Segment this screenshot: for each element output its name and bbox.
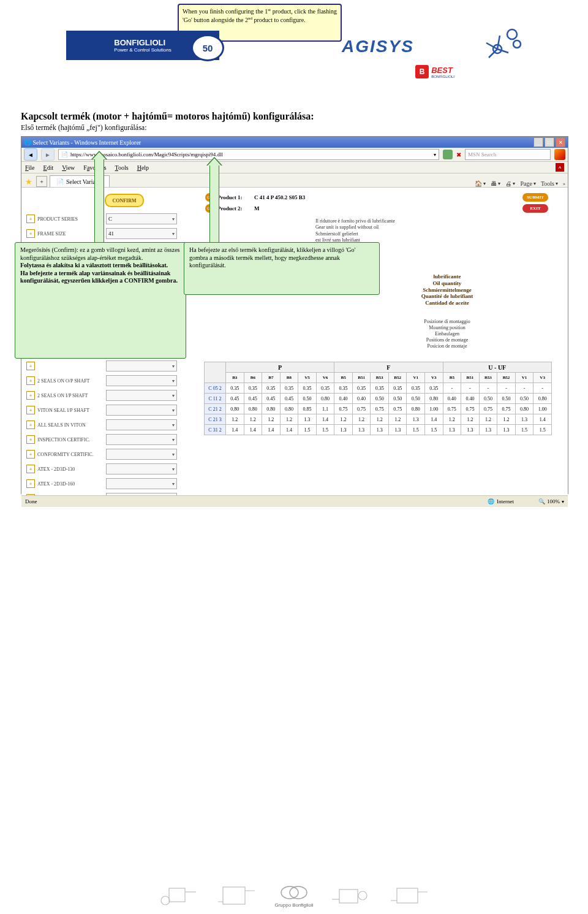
cell: 0.40 bbox=[443, 394, 461, 404]
menu-edit[interactable]: Edit bbox=[43, 164, 54, 171]
expand-icon[interactable]: + bbox=[26, 406, 35, 414]
col-group: U - UF bbox=[443, 362, 551, 373]
product-lines: Go Product 1: C 41 4 P 450.2 S05 B3 SUBM… bbox=[205, 192, 548, 215]
expand-icon[interactable]: + bbox=[26, 362, 35, 370]
info-pos-line: Mounting position bbox=[352, 325, 542, 331]
zoom-control[interactable]: 🔍 100% ▾ bbox=[538, 498, 564, 505]
cell: 1.2 bbox=[388, 414, 407, 425]
cell: 0.50 bbox=[407, 394, 425, 404]
cell: 0.80 bbox=[316, 394, 334, 404]
address-bar[interactable]: 📄 https://www.mosaico.bonfiglioli.com/Ma… bbox=[58, 149, 439, 160]
feeds-button[interactable]: 🖶 ▾ bbox=[491, 180, 500, 187]
table-row: C 11 20.450.450.450.450.500.800.400.400.… bbox=[205, 394, 552, 404]
cell: 0.35 bbox=[352, 383, 371, 394]
maximize-button[interactable]: □ bbox=[545, 137, 554, 147]
expand-icon[interactable]: + bbox=[26, 391, 35, 400]
expand-icon[interactable]: + bbox=[26, 435, 35, 444]
expand-icon[interactable]: + bbox=[26, 479, 35, 488]
cell: 0.50 bbox=[515, 394, 533, 404]
field-select[interactable]: 41▾ bbox=[106, 228, 177, 239]
cell: 1.5 bbox=[515, 425, 533, 435]
col-sub: B7 bbox=[262, 373, 281, 383]
search-input[interactable]: MSN Search bbox=[465, 149, 551, 160]
cell: 1.2 bbox=[371, 414, 389, 425]
back-button[interactable]: ◄ bbox=[24, 148, 37, 161]
cell: 0.80 bbox=[515, 404, 533, 414]
fifty-years-badge: 50 bbox=[191, 34, 224, 61]
field-label: ALL SEALS IN VITON bbox=[37, 422, 106, 428]
chevron-down-icon: ▾ bbox=[172, 364, 175, 369]
exit-button[interactable]: EXIT bbox=[522, 204, 548, 213]
cell: 1.2 bbox=[244, 414, 262, 425]
page-menu[interactable]: Page ▾ bbox=[520, 180, 535, 187]
callout-confirm: Megerősítés (Confirm): ez a gomb villogn… bbox=[15, 242, 186, 359]
submit-button[interactable]: SUBMIT bbox=[522, 193, 548, 202]
forward-button[interactable]: ► bbox=[41, 148, 55, 161]
col-sub: B51 bbox=[461, 373, 480, 383]
cell: 0.35 bbox=[407, 383, 425, 394]
field-select[interactable]: C▾ bbox=[106, 213, 177, 224]
best-sub: BONFIGLIOLI bbox=[431, 75, 454, 78]
field-select[interactable]: ▾ bbox=[106, 463, 177, 474]
cell: 0.35 bbox=[262, 383, 281, 394]
cell: 1.3 bbox=[371, 425, 389, 435]
expand-icon[interactable]: + bbox=[26, 450, 35, 459]
expand-icon[interactable]: + bbox=[26, 494, 35, 495]
dropdown-icon[interactable]: ▾ bbox=[434, 152, 436, 158]
menu-file[interactable]: File bbox=[25, 164, 35, 171]
cell: 0.75 bbox=[461, 404, 480, 414]
confirm-button[interactable]: CONFIRM bbox=[105, 194, 144, 207]
cell: 1.4 bbox=[226, 425, 244, 435]
chevron-down-icon: ▾ bbox=[172, 408, 175, 413]
add-favorite-icon[interactable]: + bbox=[36, 176, 47, 187]
print-button[interactable]: 🖨 ▾ bbox=[505, 180, 515, 187]
field-select[interactable]: ▾ bbox=[106, 419, 177, 430]
oil-quantity-table: PFU - UFB3B6B7B8V5V6B5B51B53B52V1V3B5B51… bbox=[204, 362, 552, 435]
svg-rect-5 bbox=[223, 887, 245, 904]
expand-icon[interactable]: + bbox=[26, 229, 35, 238]
refresh-button[interactable] bbox=[443, 150, 453, 159]
col-sub: V3 bbox=[533, 373, 552, 383]
cell: 0.75 bbox=[443, 404, 461, 414]
expand-icon[interactable]: + bbox=[26, 421, 35, 429]
stop-icon[interactable]: ✖ bbox=[456, 151, 461, 158]
cell: 1.3 bbox=[298, 414, 317, 425]
menu-view[interactable]: View bbox=[62, 164, 75, 171]
field-select[interactable]: ▾ bbox=[106, 493, 177, 495]
gruppo-text: Gruppo Bonfiglioli bbox=[274, 902, 313, 908]
field-select[interactable]: ▾ bbox=[106, 478, 177, 489]
product2-label: Product 2: bbox=[217, 205, 254, 211]
tools-menu[interactable]: Tools ▾ bbox=[541, 180, 558, 187]
close-button[interactable]: ✕ bbox=[556, 137, 565, 147]
arrow-to-confirm bbox=[94, 158, 104, 242]
expand-icon[interactable]: + bbox=[26, 465, 35, 473]
cell: 1.2 bbox=[334, 414, 353, 425]
pdf-icon[interactable]: A bbox=[556, 163, 564, 172]
live-search-icon[interactable] bbox=[554, 149, 565, 160]
field-select[interactable]: ▾ bbox=[106, 375, 177, 386]
menu-tools[interactable]: Tools bbox=[115, 164, 129, 171]
cell: 0.80 bbox=[244, 404, 262, 414]
cell: 0.35 bbox=[280, 383, 298, 394]
table-row: C 31 21.41.41.41.41.51.51.31.31.31.31.51… bbox=[205, 425, 552, 435]
chevron-down-icon: ▾ bbox=[172, 452, 175, 457]
favorites-star-icon[interactable]: ★ bbox=[24, 177, 34, 187]
gearbox-icon bbox=[388, 883, 431, 908]
field-select[interactable]: ▾ bbox=[106, 434, 177, 445]
home-button[interactable]: 🏠 ▾ bbox=[475, 180, 486, 187]
field-select[interactable]: ▾ bbox=[106, 449, 177, 460]
field-select[interactable]: ▾ bbox=[106, 390, 177, 401]
svg-point-2 bbox=[513, 40, 521, 48]
minimize-button[interactable]: _ bbox=[533, 137, 543, 147]
cell: 0.75 bbox=[388, 404, 407, 414]
section-heading: Kapcsolt termék (motor + hajtómű= motoro… bbox=[21, 111, 567, 132]
expand-icon[interactable]: + bbox=[26, 376, 35, 385]
info-pos-line: Posicion de montaje bbox=[352, 343, 542, 349]
field-select[interactable]: ▾ bbox=[106, 360, 177, 371]
heading-main: Kapcsolt termék (motor + hajtómű= motoro… bbox=[21, 111, 567, 122]
chevron-down-icon: ▾ bbox=[172, 393, 175, 398]
expand-icon[interactable]: + bbox=[26, 215, 35, 223]
field-label: CONFORMITY CERTIFIC. bbox=[37, 452, 106, 457]
menu-help[interactable]: Help bbox=[137, 164, 149, 171]
field-select[interactable]: ▾ bbox=[106, 405, 177, 416]
